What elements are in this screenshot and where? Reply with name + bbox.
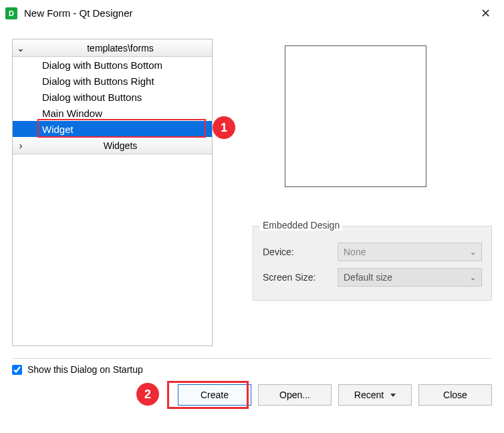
tree-item[interactable]: Dialog without Buttons (13, 89, 212, 105)
form-preview (285, 45, 426, 187)
device-combo[interactable]: None ⌄ (338, 243, 482, 261)
close-button[interactable]: Close (418, 384, 492, 406)
recent-button[interactable]: Recent (338, 384, 412, 406)
show-on-startup-row[interactable]: Show this Dialog on Startup (12, 364, 492, 375)
button-row: 2 Create Open... Recent Close (12, 384, 492, 406)
chevron-down-icon: ⌄ (470, 248, 476, 257)
show-on-startup-checkbox[interactable] (12, 365, 22, 375)
screen-size-combo[interactable]: Default size ⌄ (338, 268, 482, 287)
divider (12, 358, 492, 359)
app-icon: D (5, 7, 17, 19)
chevron-right-icon[interactable]: › (13, 140, 29, 151)
annotation-badge-2: 2 (136, 383, 159, 406)
screen-size-label: Screen Size: (263, 272, 330, 283)
open-button[interactable]: Open... (258, 384, 332, 406)
show-on-startup-label: Show this Dialog on Startup (27, 364, 143, 375)
template-tree[interactable]: ⌄ templates\forms Dialog with Buttons Bo… (12, 39, 213, 346)
tree-item[interactable]: Dialog with Buttons Right (13, 73, 212, 89)
tree-item-selected[interactable]: Widget (13, 121, 212, 137)
titlebar: D New Form - Qt Designer ✕ (0, 0, 504, 27)
chevron-down-icon (390, 394, 396, 397)
tree-item[interactable]: Dialog with Buttons Bottom (13, 57, 212, 73)
tree-group-label: templates\forms (29, 43, 212, 53)
window-title: New Form - Qt Designer (24, 7, 472, 19)
annotation-badge-1: 1 (213, 116, 235, 139)
device-value: None (344, 247, 366, 257)
group-title: Embedded Design (260, 220, 342, 231)
chevron-down-icon[interactable]: ⌄ (13, 43, 29, 53)
tree-group-widgets[interactable]: › Widgets (13, 137, 212, 154)
tree-group-label: Widgets (29, 140, 212, 151)
create-button[interactable]: Create (178, 384, 251, 406)
device-label: Device: (263, 247, 330, 257)
tree-group-templates[interactable]: ⌄ templates\forms (13, 39, 212, 57)
chevron-down-icon: ⌄ (470, 273, 476, 282)
screen-size-value: Default size (344, 272, 392, 283)
embedded-design-group: Embedded Design Device: None ⌄ Screen Si… (253, 226, 492, 301)
tree-item[interactable]: Main Window (13, 105, 212, 121)
close-icon[interactable]: ✕ (472, 0, 499, 27)
